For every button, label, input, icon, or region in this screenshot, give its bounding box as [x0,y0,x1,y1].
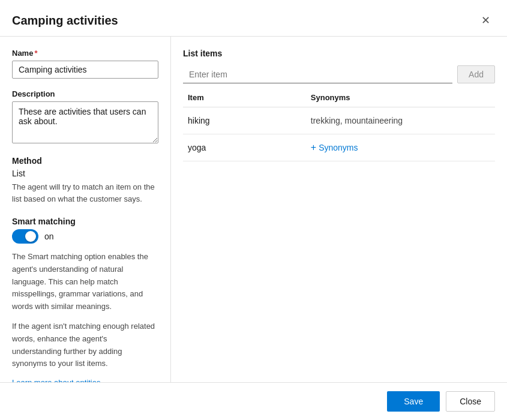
add-button[interactable]: Add [457,65,495,83]
smart-matching-label: Smart matching [12,217,158,226]
method-desc: The agent will try to match an item on t… [12,181,158,205]
description-label: Description [12,89,158,98]
add-synonyms-button[interactable]: + Synonyms [311,143,358,152]
left-panel: Name* Description These are activities t… [0,37,171,382]
dialog-header: Camping activities ✕ [0,0,507,37]
table-header: Item Synonyms [183,93,495,107]
method-value: List [12,169,158,178]
required-star: * [34,49,37,58]
item-cell-hiking: hiking [183,116,311,125]
add-item-row: Add [183,65,495,83]
smart-matching-toggle[interactable] [12,229,38,244]
right-panel: List items Add Item Synonyms hiking trek… [171,37,507,382]
name-label: Name* [12,49,158,58]
dialog-body: Name* Description These are activities t… [0,37,507,382]
description-textarea[interactable]: These are activities that users can ask … [12,101,158,143]
synonyms-button-label: Synonyms [319,143,358,152]
table-row: hiking trekking, mountaineering [183,107,495,134]
save-button[interactable]: Save [387,391,440,412]
table-row: yoga + Synonyms [183,134,495,161]
col-synonyms-header: Synonyms [311,93,495,102]
name-field-group: Name* [12,49,158,79]
camping-activities-dialog: Camping activities ✕ Name* Description T… [0,0,507,420]
close-icon-button[interactable]: ✕ [476,11,495,30]
smart-matching-desc-2: If the agent isn't matching enough relat… [12,320,158,370]
method-field-group: Method List The agent will try to match … [12,156,158,205]
col-item-header: Item [183,93,311,102]
smart-matching-desc-1: The Smart matching option enables the ag… [12,251,158,313]
toggle-row: on [12,229,158,244]
name-input[interactable] [12,61,158,79]
learn-more-link[interactable]: Learn more about entities [12,378,100,382]
synonyms-cell-yoga: + Synonyms [311,143,495,152]
enter-item-input[interactable] [183,66,452,83]
close-button[interactable]: Close [446,391,495,412]
list-items-header: List items [183,49,495,58]
dialog-title: Camping activities [12,14,118,28]
description-field-group: Description These are activities that us… [12,89,158,145]
item-cell-yoga: yoga [183,143,311,152]
method-label: Method [12,156,158,166]
dialog-footer: Save Close [0,382,507,420]
toggle-label: on [44,232,54,241]
plus-icon: + [311,143,316,152]
synonyms-cell-hiking: trekking, mountaineering [311,116,495,125]
smart-matching-section: Smart matching on The Smart matching opt… [12,217,158,382]
